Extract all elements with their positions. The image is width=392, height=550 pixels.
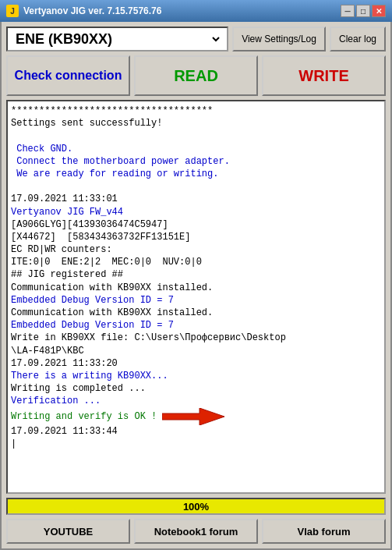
log-line: Write in KB90XX file: C:\Users\Профсерви… [11,332,381,344]
progress-container: 100% [6,498,386,515]
log-line: Settings sent successfully! [11,117,381,130]
footer-row: YOUTUBE Notebook1 forum Vlab forum [6,519,386,544]
vlab-forum-button[interactable]: Vlab forum [262,519,386,544]
log-line: Vertyanov JIG FW_v44 [11,206,381,218]
log-line: ************************************ [11,105,381,117]
log-container: ************************************Sett… [6,100,386,494]
write-button[interactable]: WRITE [262,55,386,96]
action-row: Check connection READ WRITE [6,55,386,96]
log-line: Writing and verify is OK ! [11,408,381,425]
read-button[interactable]: READ [134,55,258,96]
log-line: 17.09.2021 11:33:20 [11,357,381,370]
top-row: ENE (KB90XX) View Settings/Log Clear log [6,27,386,51]
log-line: Check GND. [11,143,381,155]
app-icon: J [6,5,19,17]
log-line: Connect the motherboard power adapter. [11,155,381,168]
log-line: [A906GLYG][41393036474C5947] [11,218,381,231]
svg-marker-0 [162,408,224,425]
device-select-input[interactable]: ENE (KB90XX) [12,28,222,50]
view-settings-button[interactable]: View Settings/Log [232,27,326,51]
minimize-button[interactable]: ─ [341,5,355,17]
log-line: \LA-F481P\KBC [11,345,381,357]
log-line: Verification ... [11,395,381,407]
log-line: | [11,438,381,450]
title-bar: J Vertyanov JIG ver. 7.15.7576.76 ─ □ ✕ [0,0,392,22]
log-line [11,180,381,193]
log-line: EC RD|WR counters: [11,243,381,256]
log-line: Embedded Debug Version ID = 7 [11,319,381,332]
maximize-button[interactable]: □ [356,5,370,17]
log-line: We are ready for reading or writing. [11,168,381,180]
log-line: ITE:0|0 ENE:2|2 MEC:0|0 NUV:0|0 [11,256,381,268]
log-line: ## JIG registered ## [11,268,381,281]
log-line: Embedded Debug Version ID = 7 [11,294,381,307]
log-line: 17.09.2021 11:33:44 [11,425,381,438]
log-line: [X44672] [583434363732FF13151E] [11,231,381,243]
main-window: ENE (KB90XX) View Settings/Log Clear log… [0,22,392,550]
log-line: There is a writing KB90XX... [11,370,381,382]
log-line: 17.09.2021 11:33:01 [11,193,381,205]
device-dropdown[interactable]: ENE (KB90XX) [6,27,228,51]
check-connection-button[interactable]: Check connection [6,55,130,96]
log-line: Writing is completed ... [11,382,381,395]
youtube-button[interactable]: YOUTUBE [6,519,130,544]
progress-label: 100% [8,499,384,513]
window-controls: ─ □ ✕ [341,5,386,17]
notebook-forum-button[interactable]: Notebook1 forum [134,519,258,544]
close-button[interactable]: ✕ [372,5,386,17]
window-title: Vertyanov JIG ver. 7.15.7576.76 [23,5,341,16]
clear-log-button[interactable]: Clear log [330,27,386,51]
log-area[interactable]: ************************************Sett… [8,101,384,492]
log-line: Communication with KB90XX installed. [11,307,381,319]
log-line [11,130,381,142]
log-line: Communication with KB90XX installed. [11,282,381,294]
